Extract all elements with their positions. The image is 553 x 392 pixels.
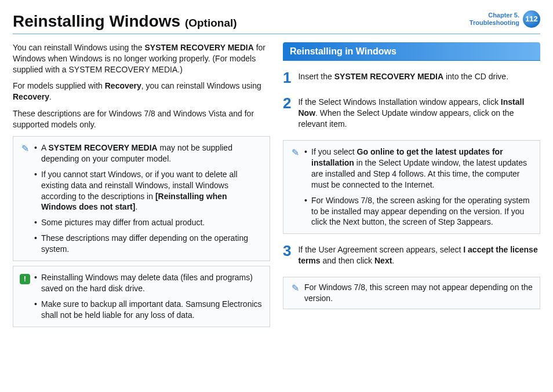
step-number: 2 [283, 96, 291, 130]
warning-icon: ! [20, 274, 30, 284]
page-title: Reinstalling Windows (Optional) [13, 10, 237, 32]
intro-paragraph-1: You can reinstall Windows using the SYST… [13, 42, 270, 75]
list-item: Make sure to backup all important data. … [34, 299, 263, 321]
chapter-line2: Troubleshooting [470, 19, 519, 27]
warning-icon-wrap: ! [19, 272, 31, 321]
list-item: These descriptions may differ depending … [34, 233, 263, 255]
page-number-badge: 112 [523, 10, 540, 28]
step-body: If the User Agreement screen appears, se… [298, 243, 540, 266]
intro-paragraph-2: For models supplied with Recovery, you c… [13, 80, 270, 102]
list-item: For Windows 7/8, the screen asking for t… [304, 195, 533, 228]
step-1: 1 Insert the SYSTEM RECOVERY MEDIA into … [283, 70, 540, 85]
page-header: Reinstalling Windows (Optional) Chapter … [13, 10, 540, 34]
info-note-box: ✎ If you select Go online to get the lat… [283, 140, 540, 234]
chapter-info: Chapter 5. Troubleshooting 112 [470, 10, 540, 28]
step-body: If the Select Windows Installation windo… [298, 96, 540, 130]
right-column: Reinstalling in Windows 1 Insert the SYS… [283, 42, 540, 331]
section-header: Reinstalling in Windows [283, 42, 540, 61]
step-2: 2 If the Select Windows Installation win… [283, 96, 540, 130]
list-item: Some pictures may differ from actual pro… [34, 217, 263, 228]
chapter-line1: Chapter 5. [470, 12, 519, 19]
info-note-box: ✎ A SYSTEM RECOVERY MEDIA may not be sup… [13, 136, 270, 261]
plain-note: ✎ For Windows 7/8, this screen may not a… [283, 277, 540, 309]
list-item: Reinstalling Windows may delete data (fi… [34, 272, 263, 294]
intro-paragraph-3: These descriptions are for Windows 7/8 a… [13, 108, 270, 130]
note-text: For Windows 7/8, this screen may not app… [304, 282, 534, 304]
title-main: Reinstalling Windows [13, 12, 180, 30]
title-subtitle: (Optional) [185, 17, 237, 29]
left-column: You can reinstall Windows using the SYST… [13, 42, 270, 331]
list-item: A SYSTEM RECOVERY MEDIA may not be suppl… [34, 142, 263, 164]
list-item: If you cannot start Windows, or if you w… [34, 169, 263, 213]
pencil-icon: ✎ [19, 142, 31, 255]
warning-note-box: ! Reinstalling Windows may delete data (… [13, 266, 270, 327]
step-number: 3 [283, 243, 291, 266]
step-body: Insert the SYSTEM RECOVERY MEDIA into th… [298, 70, 540, 85]
pencil-icon: ✎ [289, 282, 301, 304]
list-item: If you select Go online to get the lates… [304, 146, 533, 190]
pencil-icon: ✎ [289, 146, 301, 228]
step-number: 1 [283, 70, 291, 85]
chapter-text: Chapter 5. Troubleshooting [470, 12, 519, 27]
step-3: 3 If the User Agreement screen appears, … [283, 243, 540, 266]
